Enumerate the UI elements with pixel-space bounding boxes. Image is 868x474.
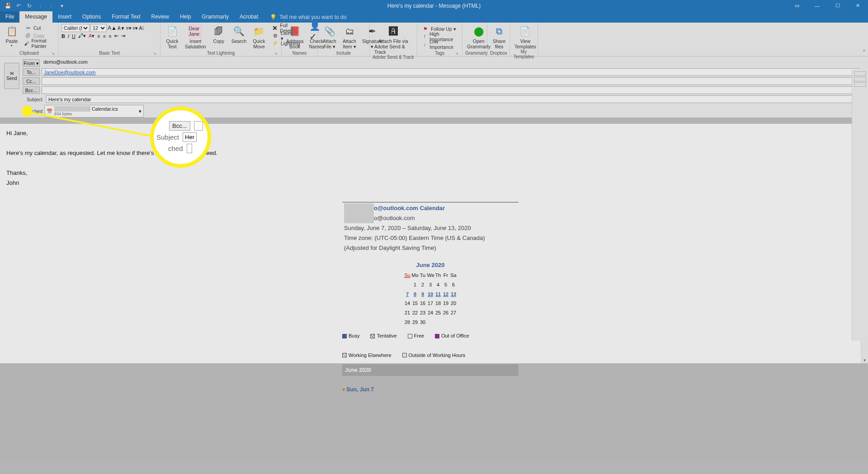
copy-icon: 🗐 — [24, 33, 32, 38]
quick-move-button[interactable]: 📁QuickMove — [250, 24, 268, 49]
cc-button[interactable]: Cc... — [23, 77, 40, 85]
attach-file-label2: File ▾ — [324, 44, 335, 49]
insert-salutation-button[interactable]: Dear JaneInsertSalutation — [183, 24, 208, 49]
cut-button[interactable]: ✂Cut — [23, 24, 56, 32]
basic-text-dialog-launcher[interactable]: ↘ — [153, 52, 156, 56]
decrease-indent-icon[interactable]: ⇤ — [114, 33, 118, 39]
tell-me[interactable]: 💡 Tell me what you want to do — [270, 11, 346, 23]
body-line: Here's my calendar, as requested. Let me… — [6, 148, 854, 158]
bullets-icon[interactable]: ≡▾ — [126, 25, 131, 31]
quick-text-button[interactable]: 📄QuickText — [163, 24, 181, 49]
scroll-down-icon[interactable]: ▼ — [861, 357, 868, 363]
tab-insert[interactable]: Insert — [52, 11, 77, 23]
increase-font-icon[interactable]: A▲ — [108, 25, 117, 31]
format-painter-button[interactable]: 🖌Format Painter — [23, 39, 56, 47]
align-right-icon[interactable]: ≡ — [108, 33, 111, 39]
group-dropbox-label: Dropbox — [490, 51, 507, 56]
align-left-icon[interactable]: ≡ — [97, 33, 100, 39]
adobe-attach-button[interactable]: 🅰Attach File viaAdobe Send & Track — [373, 24, 414, 55]
numbering-icon[interactable]: ≡▾ — [132, 25, 138, 31]
attach-item-label2: Item ▾ — [343, 44, 356, 49]
dropbox-label1: Share — [493, 38, 505, 44]
underline-button[interactable]: U — [72, 33, 75, 39]
collapse-ribbon-icon[interactable]: ^ — [863, 49, 865, 54]
attach-file-label: Attach — [323, 38, 336, 44]
tab-grammarly[interactable]: Grammarly — [197, 11, 234, 23]
calendar-week: 123456 — [342, 281, 519, 289]
from-button[interactable]: From ▾ — [23, 59, 40, 67]
tab-file[interactable]: File — [0, 11, 19, 23]
down-icon: ↓ — [46, 1, 56, 11]
close-icon[interactable]: ✕ — [848, 0, 868, 11]
redo-icon[interactable]: ↻ — [24, 1, 34, 11]
quick-move-icon: 📁 — [252, 24, 266, 38]
tell-me-label: Tell me what you want to do — [279, 14, 346, 20]
bold-button[interactable]: B — [61, 33, 65, 39]
save-icon[interactable]: 💾 — [3, 1, 13, 11]
to-button[interactable]: To... — [23, 68, 40, 76]
full-delete-icon: 🗙 — [272, 25, 278, 31]
group-grammarly-label: Grammarly — [465, 51, 484, 56]
legend-owh: Outside of Working Hours — [409, 351, 466, 360]
adobe-icon: 🅰 — [386, 24, 401, 38]
font-color-button[interactable]: A▾ — [89, 33, 94, 39]
copy-label: Copy — [33, 33, 45, 38]
subject-field[interactable] — [46, 95, 859, 103]
italic-button[interactable]: I — [68, 33, 69, 39]
tags-dialog-launcher[interactable]: ↘ — [455, 52, 458, 56]
legend-working-elsewhere: Working Elsewhere — [349, 351, 392, 360]
paste-button[interactable]: 📋 Paste ▾ — [3, 24, 21, 47]
bcc-button[interactable]: Bcc... — [23, 86, 40, 94]
tl-search-label: Search — [231, 38, 246, 44]
tab-help[interactable]: Help — [175, 11, 197, 23]
subject-label: Subject — [23, 97, 44, 102]
tl-search-button[interactable]: 🔍Search — [230, 24, 248, 49]
attachment-dropdown-icon[interactable]: ▾ — [139, 108, 142, 114]
address-book-button[interactable]: 📕AddressBook — [284, 24, 306, 49]
to-field[interactable] — [42, 68, 859, 76]
bcc-field[interactable] — [42, 86, 859, 94]
ribbon-display-icon[interactable]: ▭ — [787, 0, 807, 11]
flag-icon: ⚑ — [422, 26, 429, 32]
minimize-icon[interactable]: — — [807, 0, 827, 11]
font-family-select[interactable]: Calibri (B — [61, 24, 90, 32]
clipboard-dialog-launcher[interactable]: ↘ — [52, 52, 55, 56]
undo-icon[interactable]: ↶ — [14, 1, 24, 11]
attachment-name: Calendar.ics — [92, 106, 118, 112]
dropbox-share-button[interactable]: ⧉Sharefiles — [490, 24, 508, 49]
align-center-icon[interactable]: ≡ — [103, 33, 106, 39]
launch-icon: ⚙ — [272, 33, 279, 38]
tab-message[interactable]: Message — [19, 11, 52, 23]
tab-review[interactable]: Review — [146, 11, 175, 23]
attach-file-button[interactable]: 📎AttachFile ▾ — [321, 24, 339, 49]
attach-item-button[interactable]: 🗂AttachItem ▾ — [340, 24, 359, 49]
templates-label2: Templates — [514, 44, 536, 49]
send-button[interactable]: ✉ Send — [4, 63, 19, 89]
qat-customize-icon[interactable]: ▾ — [57, 1, 67, 11]
highlight-button[interactable]: 🖍▾ — [78, 33, 86, 39]
view-templates-button[interactable]: 📄ViewTemplates — [513, 24, 538, 49]
group-tags-label: Tags↘ — [420, 51, 459, 56]
low-label: Low Importance — [429, 39, 458, 50]
font-size-select[interactable]: 12 — [90, 24, 107, 32]
attachment-item[interactable]: 📅 Calendar.ics 934 bytes ▾ — [44, 105, 144, 117]
calendar-month-bar: June 2020 — [342, 364, 519, 376]
tab-acrobat[interactable]: Acrobat — [234, 11, 264, 23]
message-body[interactable]: Hi Jane, Here's my calendar, as requeste… — [0, 124, 868, 363]
attach-item-icon: 🗂 — [342, 24, 357, 38]
side-pane — [852, 70, 868, 341]
maximize-icon[interactable]: ☐ — [827, 0, 848, 11]
clear-formatting-icon[interactable]: A⃠ — [139, 25, 144, 31]
low-importance-button[interactable]: ↓Low Importance — [420, 40, 459, 48]
tab-format-text[interactable]: Format Text — [106, 11, 146, 23]
templates-label1: View — [520, 38, 531, 44]
tab-options[interactable]: Options — [77, 11, 106, 23]
decrease-font-icon[interactable]: A▼ — [118, 26, 125, 31]
tl-copy-button[interactable]: 🗐Copy — [210, 24, 228, 49]
cc-field[interactable] — [42, 77, 859, 85]
copy-button: 🗐Copy — [23, 32, 56, 39]
quick-access-toolbar: 💾 ↶ ↻ ↑ ↓ ▾ — [0, 1, 67, 11]
text-lightning-dialog-launcher[interactable]: ↘ — [274, 52, 278, 56]
increase-indent-icon[interactable]: ⇥ — [121, 33, 125, 39]
calendar-preview: o@outlook.com Calendar o@outlook.com Sun… — [342, 202, 519, 394]
